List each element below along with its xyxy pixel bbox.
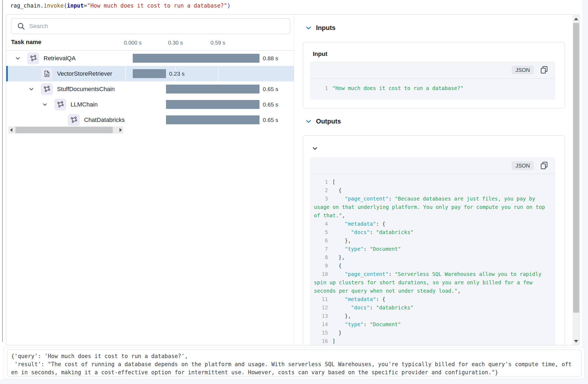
outputs-title: Outputs: [316, 118, 341, 125]
task-name-cell: LLMChain: [6, 97, 125, 112]
code-token: ): [227, 2, 230, 9]
vertical-scrollbar[interactable]: [573, 15, 580, 345]
panel-divider: [294, 15, 294, 345]
code-token: "docs": [351, 229, 370, 235]
code-token: "Document": [370, 321, 401, 328]
triangle-left-icon: [10, 128, 12, 132]
timeline-tick-label: 0.59 s: [211, 40, 225, 46]
result-output-box: {'query': 'How much does it cost to run …: [7, 350, 582, 376]
horizontal-scrollbar[interactable]: [8, 126, 123, 133]
horizontal-scrollbar-thumb[interactable]: [15, 127, 113, 133]
task-tree: RetrievalQA0.88 sVectorStoreRetriever0.2…: [6, 51, 294, 128]
code-line: 16]: [314, 337, 552, 345]
task-row-RetrievalQA[interactable]: RetrievalQA0.88 s: [6, 51, 294, 66]
search-placeholder: Search: [29, 23, 48, 30]
task-name-label: ChatDatabricks: [84, 116, 125, 123]
code-token: :: [388, 271, 395, 277]
code-token: "Document": [370, 246, 401, 252]
chevron-down-icon[interactable]: [29, 87, 41, 92]
code-token: rag_chain: [10, 2, 40, 9]
chevron-down-icon[interactable]: [305, 118, 312, 125]
line-number: 5: [314, 228, 328, 236]
notebook-cell-rule: [2, 0, 3, 342]
input-card-label: Input: [313, 51, 327, 58]
scroll-right-button[interactable]: [118, 126, 123, 133]
chevron-down-icon: [312, 145, 318, 151]
line-number: 2: [314, 186, 328, 195]
chevron-down-icon[interactable]: [15, 56, 27, 61]
page-background-strip: [582, 0, 588, 384]
line-number: 1: [314, 178, 328, 186]
input-card: Input JSON 1"How much does it cost to ru…: [303, 42, 565, 108]
task-name-label: RetrievalQA: [44, 55, 76, 62]
code-line: 12 "docs": "databricks": [314, 303, 552, 312]
task-row-ChatDatabricks[interactable]: ChatDatabricks0.65 s: [6, 112, 294, 128]
line-number: 8: [314, 253, 328, 262]
code-line: 11 "metadata": {: [314, 295, 552, 303]
code-token: input: [67, 2, 84, 9]
timeline-gridline: [218, 66, 218, 81]
search-input[interactable]: Search: [11, 18, 290, 34]
chain-icon: [27, 52, 39, 64]
code-line: 15 }: [314, 329, 552, 337]
json-format-button[interactable]: JSON: [512, 161, 534, 170]
line-number: 4: [314, 220, 328, 228]
code-line: 5 "docs": "databricks": [314, 228, 552, 236]
code-token: "docs": [351, 305, 370, 311]
search-icon: [17, 22, 25, 31]
code-token: [332, 221, 345, 227]
page-background-strip-bottom: [0, 379, 588, 384]
code-token: "page_content": [345, 271, 388, 277]
output-card: JSON 1[2 {3 "page_content": "Because dat…: [303, 135, 565, 345]
code-token: ,: [342, 212, 345, 219]
code-token: .: [40, 2, 44, 9]
code-line: 1"How much does it cost to run a databas…: [314, 84, 552, 92]
triangle-down-icon: [574, 340, 578, 343]
triangle-up-icon: [574, 18, 578, 20]
code-token: "page_content": [345, 196, 388, 202]
code-token: :: [364, 246, 370, 252]
code-token: ]: [332, 338, 335, 344]
vertical-scrollbar-thumb[interactable]: [573, 23, 579, 313]
task-row-StuffDocumentsChain[interactable]: StuffDocumentsChain0.65 s: [6, 81, 294, 97]
output-code-toolbar: JSON: [310, 157, 555, 174]
duration-bar: [166, 100, 260, 109]
chain-icon: [68, 114, 80, 126]
inputs-title: Inputs: [316, 24, 335, 32]
code-token: : {: [376, 221, 386, 227]
line-number: 14: [314, 320, 328, 329]
code-line: 7 "type": "Document": [314, 245, 552, 253]
inputs-section-header[interactable]: Inputs: [305, 24, 335, 32]
copy-icon[interactable]: [540, 65, 549, 75]
code-token: [: [332, 179, 335, 185]
collapse-output-chevron[interactable]: [312, 145, 318, 152]
line-number: 7: [314, 245, 328, 253]
code-token: [332, 271, 345, 277]
chevron-down-icon[interactable]: [305, 25, 312, 31]
scroll-up-button[interactable]: [573, 15, 580, 22]
code-line: 4 "metadata": {: [314, 220, 552, 228]
code-line: 1[: [314, 178, 552, 186]
line-number: 16: [314, 337, 328, 345]
outputs-section-header[interactable]: Outputs: [305, 118, 341, 125]
scroll-down-button[interactable]: [573, 338, 580, 345]
code-line: 9 {: [314, 262, 552, 270]
copy-icon[interactable]: [540, 161, 549, 171]
code-line: 10 "page_content": "Serverless SQL Wareh…: [314, 270, 552, 295]
code-token: : {: [376, 296, 386, 302]
line-number: 12: [314, 303, 328, 312]
task-name-label: StuffDocumentsChain: [57, 86, 115, 93]
chain-icon: [41, 83, 53, 95]
code-token: :: [370, 229, 376, 235]
scroll-left-button[interactable]: [8, 126, 14, 133]
json-format-button[interactable]: JSON: [512, 66, 534, 74]
line-number: 15: [314, 329, 328, 337]
task-row-LLMChain[interactable]: LLMChain0.65 s: [6, 97, 294, 112]
chevron-down-icon[interactable]: [42, 102, 54, 107]
code-token: ,: [457, 288, 461, 294]
output-json-content: 1[2 {3 "page_content": "Because database…: [310, 174, 555, 345]
input-code-block: JSON 1"How much does it cost to run a da…: [310, 61, 555, 100]
task-row-VectorStoreRetriever[interactable]: VectorStoreRetriever0.23 s: [6, 66, 294, 81]
code-token: "type": [345, 321, 363, 328]
result-output-text: {'query': 'How much does it cost to run …: [11, 352, 577, 376]
